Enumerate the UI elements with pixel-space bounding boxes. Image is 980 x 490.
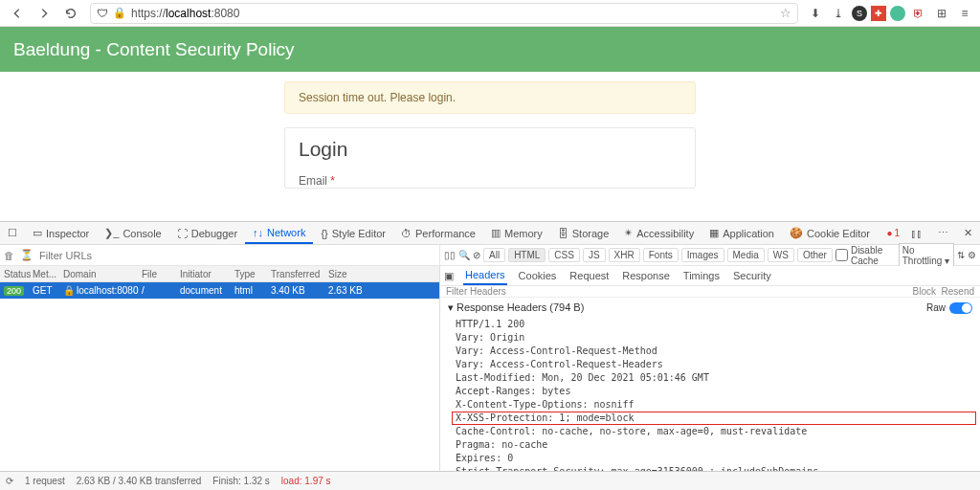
pause-icon[interactable]: ▯▯ [444, 250, 456, 260]
extensions-icon[interactable]: ⊞ [932, 4, 951, 23]
page-title: Baeldung - Content Security Policy [13, 39, 295, 60]
type-all[interactable]: All [483, 248, 505, 262]
highlight-xss: X-XSS-Protection: 1; mode=block [456, 412, 972, 425]
tab-network[interactable]: ↑↓ Network [245, 222, 313, 244]
response-headers-section[interactable]: ▾ Response Headers (794 B) Raw [440, 298, 980, 318]
devtools-tabstrip: ☐ ▭ Inspector ❯_ Console ⛶ Debugger ↑↓ N… [0, 222, 980, 245]
request-list-header: StatusMet...DomainFileInitiatorTypeTrans… [0, 266, 439, 282]
block-icon[interactable]: ⊘ [473, 250, 480, 260]
reload-button[interactable] [59, 3, 82, 24]
save-icon[interactable]: ⤓ [829, 4, 848, 23]
type-other[interactable]: Other [797, 248, 833, 262]
lock-icon: 🔒 [63, 285, 75, 296]
lock-icon: 🔒 [113, 7, 126, 19]
search-icon[interactable]: 🔍 [458, 250, 470, 260]
type-js[interactable]: JS [583, 248, 606, 262]
resend-link[interactable]: Resend [942, 286, 974, 297]
login-heading: Login [299, 138, 681, 161]
tab-response[interactable]: Response [620, 267, 672, 284]
status-load: load: 1.97 s [281, 476, 331, 486]
request-list: StatusMet...DomainFileInitiatorTypeTrans… [0, 266, 440, 471]
tab-application[interactable]: ▦ Application [702, 222, 782, 244]
devtools-dock-button[interactable]: ⫿⫿ [903, 222, 930, 244]
devtools-more-button[interactable]: ⋯ [930, 222, 956, 244]
tab-storage[interactable]: 🗄 Storage [550, 222, 617, 244]
ublock-icon[interactable]: ⛨ [909, 4, 928, 23]
tab-performance[interactable]: ⏱ Performance [393, 222, 483, 244]
tab-console[interactable]: ❯_ Console [97, 222, 168, 244]
type-media[interactable]: Media [727, 248, 765, 262]
page-body: Session time out. Please login. Login Em… [0, 72, 980, 221]
forward-button[interactable] [33, 3, 56, 24]
tab-timings[interactable]: Timings [681, 267, 722, 284]
email-label: Email * [299, 174, 681, 188]
tab-inspector[interactable]: ▭ Inspector [25, 222, 97, 244]
headers-filter[interactable]: Filter Headers Block Resend [440, 286, 980, 298]
error-badge[interactable]: ● 1 [882, 222, 903, 244]
tab-cookies[interactable]: Cookies [517, 267, 559, 284]
type-css[interactable]: CSS [548, 248, 580, 262]
tab-memory[interactable]: ▥ Memory [483, 222, 550, 244]
detail-tabs: ▣ Headers Cookies Request Response Timin… [440, 266, 980, 286]
back-button[interactable] [6, 3, 29, 24]
block-link[interactable]: Block [913, 286, 936, 297]
tab-request[interactable]: Request [568, 267, 611, 284]
bookmark-star-icon[interactable]: ☆ [780, 6, 791, 20]
har-icon[interactable]: ⇅ [957, 250, 965, 260]
session-timeout-alert: Session time out. Please login. [284, 81, 696, 114]
type-ws[interactable]: WS [768, 248, 794, 262]
network-toolbar: 🗑 ⏳ ▯▯ 🔍 ⊘ All HTML CSS JS XHR Fonts Ima… [0, 245, 980, 266]
tab-security[interactable]: Security [731, 267, 773, 284]
devtools-close-button[interactable]: ✕ [956, 222, 980, 244]
url-bar[interactable]: 🛡 🔒 https://localhost:8080 ☆ [90, 3, 798, 24]
request-row[interactable]: 200 GET 🔒localhost:8080 / document html … [0, 282, 439, 299]
trash-icon[interactable]: 🗑 [4, 250, 14, 261]
tab-headers[interactable]: Headers [463, 266, 507, 285]
tab-debugger[interactable]: ⛶ Debugger [169, 222, 245, 244]
gear-icon[interactable]: ⚙ [968, 250, 976, 260]
type-xhr[interactable]: XHR [609, 248, 640, 262]
toolbox-picker[interactable]: ☐ [0, 222, 25, 244]
filter-icon[interactable]: ⏳ [20, 249, 33, 261]
shield-icon: 🛡 [97, 7, 108, 20]
devtools-panel: ☐ ▭ Inspector ❯_ Console ⛶ Debugger ↑↓ N… [0, 221, 980, 490]
downloads-icon[interactable]: ⬇ [806, 4, 825, 23]
ext-icon-red[interactable]: ✚ [871, 6, 886, 21]
tab-accessibility[interactable]: ✴ Accessibility [616, 222, 702, 244]
type-html[interactable]: HTML [508, 248, 546, 262]
menu-icon[interactable]: ≡ [955, 4, 974, 23]
status-requests: 1 request [25, 476, 65, 486]
login-card: Login Email * [284, 127, 696, 189]
ext-icon-green[interactable] [890, 6, 905, 21]
network-status-bar: ⟳ 1 request 2.63 KB / 3.40 KB transferre… [0, 471, 980, 490]
browser-toolbar: 🛡 🔒 https://localhost:8080 ☆ ⬇ ⤓ S ✚ ⛨ ⊞… [0, 0, 980, 27]
toggle-on-icon [949, 302, 972, 314]
url-text: https://localhost:8080 [131, 7, 239, 20]
filter-headers-placeholder: Filter Headers [446, 286, 506, 297]
tab-style[interactable]: {} Style Editor [313, 222, 393, 244]
status-transferred: 2.63 KB / 3.40 KB transferred [77, 476, 202, 486]
detail-back[interactable]: ▣ [444, 270, 454, 282]
disable-cache-checkbox[interactable]: Disable Cache [835, 245, 896, 266]
stopwatch-icon: ⟳ [6, 476, 13, 486]
status-finish: Finish: 1.32 s [212, 476, 269, 486]
filter-urls-input[interactable] [39, 250, 171, 261]
request-detail: ▣ Headers Cookies Request Response Timin… [440, 266, 980, 471]
tab-cookie[interactable]: 🍪 Cookie Editor [782, 222, 878, 244]
throttling-select[interactable]: No Throttling ▾ [899, 243, 954, 268]
type-images[interactable]: Images [681, 248, 724, 262]
ext-icon-dark[interactable]: S [852, 6, 867, 21]
raw-toggle[interactable]: Raw [926, 302, 972, 314]
response-headers-raw: HTTP/1.1 200 Vary: Origin Vary: Access-C… [440, 318, 980, 471]
type-fonts[interactable]: Fonts [643, 248, 679, 262]
page-title-bar: Baeldung - Content Security Policy [0, 27, 980, 72]
